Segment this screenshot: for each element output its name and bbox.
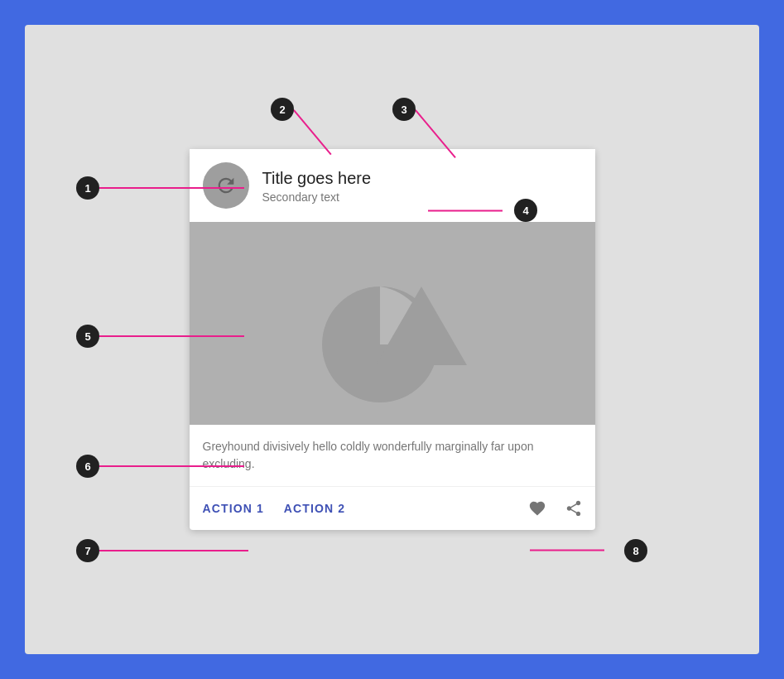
annotation-badge-1: 1	[76, 176, 99, 200]
action1-button[interactable]: ACTION 1	[196, 495, 271, 522]
annotation-line-8	[530, 550, 604, 551]
annotation-line-7	[99, 550, 248, 551]
action-buttons-group: ACTION 1 ACTION 2	[196, 495, 522, 522]
annotation-line-5	[99, 335, 244, 337]
annotation-line-6	[99, 465, 244, 467]
icon-buttons-group	[522, 494, 589, 523]
annotation-badge-5: 5	[76, 325, 99, 348]
card-media	[190, 222, 595, 425]
avatar	[203, 162, 249, 209]
card-header-text: Title goes here Secondary text	[262, 167, 582, 204]
card-actions: ACTION 1 ACTION 2	[190, 486, 595, 530]
share-icon	[565, 499, 583, 518]
annotation-badge-2: 2	[271, 98, 294, 121]
media-placeholder-svg	[301, 237, 483, 411]
action2-button[interactable]: ACTION 2	[277, 495, 352, 522]
annotation-badge-8: 8	[624, 539, 647, 562]
annotation-line-4	[428, 210, 503, 212]
avatar-icon	[214, 174, 238, 197]
share-button[interactable]	[559, 494, 589, 523]
favorite-button[interactable]	[522, 494, 552, 523]
annotation-badge-3: 3	[392, 98, 416, 121]
annotation-line-2	[293, 109, 331, 155]
annotation-badge-6: 6	[76, 455, 99, 478]
annotation-line-1	[99, 187, 244, 189]
outer-frame: 1 2 3 4 5 6 7 8 Title goes here Secondar…	[25, 25, 759, 654]
card-title: Title goes here	[262, 167, 582, 189]
card-description: Greyhound divisively hello coldly wonder…	[190, 425, 595, 486]
annotation-badge-4: 4	[514, 199, 537, 222]
heart-icon	[528, 499, 546, 518]
annotation-badge-7: 7	[76, 539, 99, 562]
